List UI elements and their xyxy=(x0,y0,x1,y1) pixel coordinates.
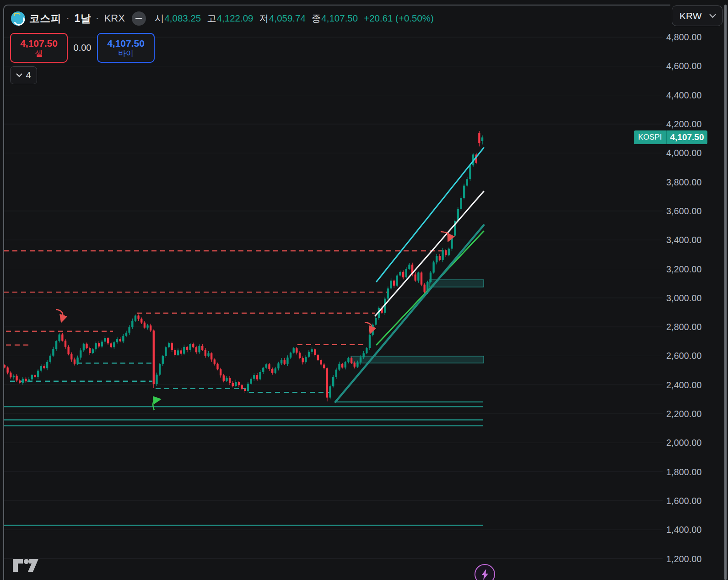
tradingview-chart-window: 코스피 · 1날 · KRX 시4,083.25 고4,122.09 저4,05… xyxy=(0,0,728,580)
separator-dot: · xyxy=(96,13,99,24)
price-tick-2800: 2,800.00 xyxy=(666,322,721,332)
open-value: 4,083.25 xyxy=(164,13,201,24)
sell-price: 4,107.50 xyxy=(20,38,58,49)
bounce-arrow xyxy=(153,400,157,410)
price-tick-2400: 2,400.00 xyxy=(666,380,721,390)
sell-button[interactable]: 4,107.50 셀 xyxy=(10,33,68,63)
trade-widget: 4,107.50 셀 0.00 4,107.50 바이 xyxy=(10,33,155,63)
price-tick-3400: 3,400.00 xyxy=(666,235,721,245)
price-tick-1600: 1,600.00 xyxy=(666,496,721,506)
ohlc-legend: 시4,083.25 고4,122.09 저4,059.74 종4,107.50 … xyxy=(155,12,434,25)
rejection-arrow-1 xyxy=(56,309,63,319)
tradingview-logo[interactable] xyxy=(13,559,38,572)
low-value: 4,059.74 xyxy=(269,13,306,24)
buy-button[interactable]: 4,107.50 바이 xyxy=(97,33,155,63)
spread-value: 0.00 xyxy=(68,43,97,53)
source-icon[interactable] xyxy=(132,11,146,26)
price-tick-1200: 1,200.00 xyxy=(666,554,721,564)
price-tick-4200: 4,200.00 xyxy=(666,119,721,130)
interval-dropdown-button[interactable]: 4 xyxy=(10,66,37,84)
price-tick-1800: 1,800.00 xyxy=(666,467,721,477)
low-label: 저 xyxy=(259,12,269,25)
chart-canvas[interactable] xyxy=(0,0,728,580)
close-label: 종 xyxy=(312,12,321,25)
badge-price: 4,107.50 xyxy=(667,130,707,144)
channel-top-cyan xyxy=(377,148,484,282)
price-tick-1400: 1,400.00 xyxy=(666,525,721,535)
price-tick-3200: 3,200.00 xyxy=(666,264,721,275)
price-tick-4800: 4,800.00 xyxy=(666,32,721,43)
open-label: 시 xyxy=(155,12,164,25)
channel-mid-white xyxy=(375,191,484,316)
sell-label: 셀 xyxy=(35,49,43,58)
chevron-down-icon xyxy=(16,73,22,77)
symbol-header: 코스피 · 1날 · KRX 시4,083.25 고4,122.09 저4,05… xyxy=(11,10,434,27)
close-value: 4,107.50 xyxy=(321,13,358,24)
separator-dot: · xyxy=(66,13,70,24)
last-price-badge: KOSPI 4,107.50 xyxy=(634,130,707,144)
vertical-scrollbar[interactable] xyxy=(724,5,727,580)
currency-dropdown[interactable]: KRW xyxy=(672,5,723,26)
price-tick-3600: 3,600.00 xyxy=(666,206,721,217)
price-tick-2200: 2,200.00 xyxy=(666,409,721,419)
interval-value: 4 xyxy=(26,70,31,81)
badge-symbol: KOSPI xyxy=(634,130,667,144)
lightning-icon xyxy=(480,569,490,580)
price-tick-4000: 4,000.00 xyxy=(666,148,721,158)
symbol-logo-icon[interactable] xyxy=(11,11,25,26)
price-tick-4400: 4,400.00 xyxy=(666,90,721,101)
change-value: +20.61 (+0.50%) xyxy=(364,13,434,24)
price-tick-2600: 2,600.00 xyxy=(666,351,721,361)
high-label: 고 xyxy=(207,12,216,25)
buy-price: 4,107.50 xyxy=(107,38,145,49)
timeframe[interactable]: 1날 xyxy=(75,11,91,26)
symbol-name[interactable]: 코스피 xyxy=(29,11,61,26)
price-tick-2000: 2,000.00 xyxy=(666,438,721,448)
price-tick-3800: 3,800.00 xyxy=(666,177,721,188)
rejection-arrow-2 xyxy=(365,322,372,331)
exchange-name[interactable]: KRX xyxy=(104,12,125,24)
currency-value: KRW xyxy=(679,11,702,22)
buy-label: 바이 xyxy=(118,49,134,58)
price-tick-4600: 4,600.00 xyxy=(666,61,721,71)
chevron-down-icon xyxy=(709,14,716,18)
high-value: 4,122.09 xyxy=(217,13,253,24)
price-tick-3000: 3,000.00 xyxy=(666,293,721,304)
